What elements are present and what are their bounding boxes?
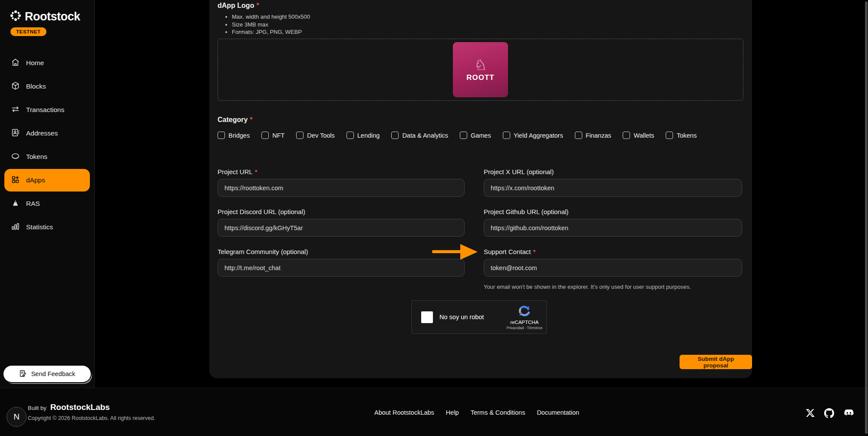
category-checkbox-label: Wallets xyxy=(634,132,654,139)
category-checkbox-label: Dev Tools xyxy=(307,132,334,139)
category-checkbox[interactable]: Wallets xyxy=(623,132,654,139)
submit-dapp-proposal-button[interactable]: Submit dApp proposal xyxy=(680,355,752,369)
category-checkbox[interactable]: Bridges xyxy=(218,132,250,139)
checkbox-unchecked[interactable] xyxy=(460,132,467,139)
footer-link[interactable]: Help xyxy=(446,409,459,416)
category-checkbox-label: Bridges xyxy=(228,132,250,139)
logo-upload-dropzone[interactable]: ♘ ROOTT xyxy=(218,39,743,101)
recaptcha-label: No soy un robot xyxy=(439,314,484,320)
category-checkbox[interactable]: Data & Analytics xyxy=(391,132,448,139)
x-twitter-icon[interactable] xyxy=(805,408,815,419)
project-discord-url-input[interactable] xyxy=(218,219,465,237)
recaptcha-brand: reCAPTCHA Privacidad - Términos xyxy=(506,304,542,330)
checkbox-unchecked[interactable] xyxy=(218,132,225,139)
annotation-arrow-icon xyxy=(460,244,478,260)
project-url-input[interactable] xyxy=(218,179,465,197)
sidebar-item-addresses[interactable]: Addresses xyxy=(0,122,94,145)
support-contact-input[interactable] xyxy=(484,259,742,277)
sidebar: Rootstock TESTNET Home Blocks Transactio… xyxy=(0,0,95,388)
discord-icon[interactable] xyxy=(843,407,855,420)
sidebar-item-ras[interactable]: RAS xyxy=(0,192,94,215)
checkbox-unchecked[interactable] xyxy=(623,132,630,139)
checkbox-unchecked[interactable] xyxy=(575,132,582,139)
category-checkbox-label: Tokens xyxy=(677,132,696,139)
knight-logo-icon: ♘ xyxy=(474,58,487,73)
contact-card-icon xyxy=(11,128,20,139)
category-checkbox-group: Bridges NFT Dev Tools Lending Data & Ana… xyxy=(218,132,696,139)
send-feedback-label: Send Feedback xyxy=(31,370,76,377)
coin-icon xyxy=(11,152,20,162)
checkbox-unchecked[interactable] xyxy=(391,132,399,139)
github-icon[interactable] xyxy=(824,408,834,420)
category-checkbox-label: Games xyxy=(471,132,491,139)
copyright-text: Copyright © 2026 RootstockLabs. All righ… xyxy=(28,415,155,421)
rootstock-flower-icon xyxy=(10,10,22,23)
footer-links: About RootstockLabsHelpTerms & Condition… xyxy=(374,409,579,416)
sidebar-item-label: Statistics xyxy=(26,223,53,231)
support-contact-helper-text: Your email won't be shown in the explore… xyxy=(484,284,691,290)
home-icon xyxy=(11,58,20,69)
category-checkbox[interactable]: NFT xyxy=(261,132,284,139)
recaptcha-icon xyxy=(518,304,531,319)
category-checkbox[interactable]: Tokens xyxy=(666,132,696,139)
rootstocklabs-wordmark[interactable]: RootstockLabs xyxy=(50,403,110,412)
sidebar-item-label: dApps xyxy=(26,176,45,184)
sidebar-item-dapps[interactable]: dApps xyxy=(4,169,90,192)
category-checkbox[interactable]: Games xyxy=(460,132,491,139)
recaptcha-privacy-links[interactable]: Privacidad - Términos xyxy=(506,326,542,330)
sidebar-nav: Home Blocks Transactions Addresses Token… xyxy=(0,51,94,239)
support-contact-label: Support Contact* xyxy=(484,248,742,255)
footer-link[interactable]: About RootstockLabs xyxy=(374,409,434,416)
category-checkbox-label: Lending xyxy=(357,132,380,139)
built-by-text: Built by xyxy=(28,405,46,411)
category-checkbox-label: NFT xyxy=(272,132,284,139)
recaptcha-widget: No soy un robot reCAPTCHA Privacidad - T… xyxy=(411,300,547,334)
sidebar-item-transactions[interactable]: Transactions xyxy=(0,98,94,122)
footer-link[interactable]: Terms & Conditions xyxy=(471,409,525,416)
brand-name: Rootstock xyxy=(25,10,80,23)
sidebar-item-statistics[interactable]: Statistics xyxy=(0,215,94,239)
category-checkbox[interactable]: Yield Aggregators xyxy=(503,132,563,139)
mountain-icon xyxy=(11,198,20,209)
testnet-badge: TESTNET xyxy=(10,27,46,36)
footer-built-by-block: Built by RootstockLabs Copyright © 2026 … xyxy=(28,403,155,421)
checkbox-unchecked[interactable] xyxy=(666,132,673,139)
send-feedback-button[interactable]: Send Feedback xyxy=(3,366,91,382)
sidebar-item-home[interactable]: Home xyxy=(0,51,94,75)
checkbox-unchecked[interactable] xyxy=(261,132,269,139)
logo-requirement-item: Max. width and height 500x500 xyxy=(232,13,310,21)
checkbox-unchecked[interactable] xyxy=(296,132,304,139)
category-checkbox[interactable]: Dev Tools xyxy=(296,132,334,139)
logo-requirement-item: Formats: JPG, PNG, WEBP xyxy=(232,28,310,36)
sidebar-item-label: Home xyxy=(26,59,44,67)
project-github-url-input[interactable] xyxy=(484,219,742,237)
footer: Built by RootstockLabs Copyright © 2026 … xyxy=(0,388,868,436)
logo-preview-tile: ♘ ROOTT xyxy=(453,42,508,97)
footer-link[interactable]: Documentation xyxy=(537,409,579,416)
sidebar-item-blocks[interactable]: Blocks xyxy=(0,75,94,98)
required-asterisk: * xyxy=(256,2,259,9)
rootstock-logo[interactable]: Rootstock xyxy=(0,0,94,23)
required-asterisk: * xyxy=(250,116,252,123)
category-checkbox[interactable]: Finanzas xyxy=(575,132,611,139)
edit-note-icon xyxy=(19,370,27,379)
annotation-arrow-shaft xyxy=(432,250,462,253)
recaptcha-checkbox[interactable] xyxy=(421,311,433,323)
cube-icon xyxy=(11,81,20,92)
sidebar-item-label: Transactions xyxy=(26,106,64,114)
sidebar-item-label: Addresses xyxy=(26,129,58,137)
sidebar-item-tokens[interactable]: Tokens xyxy=(0,145,94,168)
project-x-url-input[interactable] xyxy=(484,179,742,197)
checkbox-unchecked[interactable] xyxy=(347,132,354,139)
project-x-url-label: Project X URL (optional) xyxy=(484,168,742,175)
apps-grid-icon xyxy=(11,175,20,186)
category-checkbox[interactable]: Lending xyxy=(347,132,380,139)
footer-social-icons xyxy=(805,407,855,420)
page-scrollbar[interactable] xyxy=(865,1,868,434)
sidebar-item-label: Blocks xyxy=(26,83,46,90)
sidebar-item-label: Tokens xyxy=(26,153,47,161)
telegram-community-input[interactable] xyxy=(218,259,465,277)
dapp-logo-section-title: dApp Logo* xyxy=(218,2,259,10)
n-floating-badge[interactable]: N xyxy=(7,407,26,427)
checkbox-unchecked[interactable] xyxy=(503,132,510,139)
